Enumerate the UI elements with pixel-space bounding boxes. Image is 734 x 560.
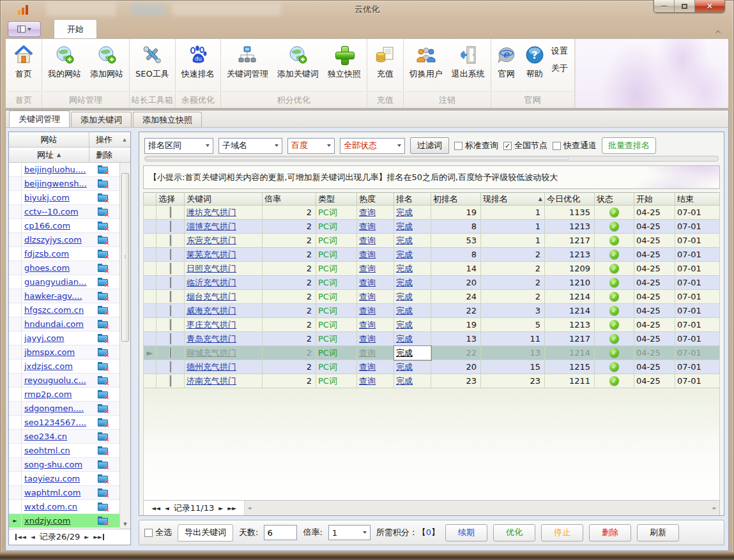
site-link[interactable]: ghoes.com: [24, 263, 70, 273]
delete-site-icon[interactable]: ✕: [98, 278, 109, 287]
scrollbar-thumb[interactable]: [121, 173, 129, 342]
keyword-link[interactable]: 烟台充气拱门: [187, 292, 236, 301]
standard-query-checkbox[interactable]: 标准查询: [454, 140, 498, 151]
keyword-link[interactable]: 日照充气拱门: [187, 264, 236, 273]
delete-site-icon[interactable]: ✕: [98, 503, 109, 511]
standalone-snapshot-button[interactable]: 独立快照: [323, 42, 365, 81]
rank-done-link[interactable]: 完成: [396, 278, 413, 287]
site-link[interactable]: biyukj.com: [24, 193, 70, 202]
delete-site-icon[interactable]: ✕: [98, 362, 109, 371]
heat-query-link[interactable]: 查询: [359, 222, 376, 231]
pager-prev-icon[interactable]: ◄: [165, 505, 169, 511]
keyword-link[interactable]: 莱芜充气拱门: [187, 250, 236, 259]
add-site-button[interactable]: 添加网站: [86, 42, 128, 81]
row-checkbox[interactable]: [170, 333, 171, 344]
row-checkbox[interactable]: [170, 319, 171, 330]
site-link[interactable]: seo1234567....: [24, 418, 86, 427]
heat-query-link[interactable]: 查询: [359, 334, 376, 344]
filter-words-button[interactable]: 过滤词: [410, 137, 449, 154]
delete-site-icon[interactable]: ✕: [98, 390, 109, 399]
site-row[interactable]: jbmspx.com ✕: [9, 345, 119, 359]
fast-rank-button[interactable]: du 快速排名: [177, 42, 219, 81]
site-row[interactable]: jxdzjsc.com ✕: [9, 359, 119, 374]
delete-button[interactable]: 删除: [589, 524, 631, 541]
site-link[interactable]: hfgszc.com.cn: [24, 305, 84, 315]
keyword-link[interactable]: 临沂充气拱门: [187, 278, 236, 287]
heat-query-link[interactable]: 查询: [359, 236, 376, 245]
keyword-link[interactable]: 潍坊充气拱门: [187, 208, 236, 217]
site-link[interactable]: beijingwensh...: [24, 179, 87, 188]
site-link[interactable]: hndundai.com: [24, 319, 84, 329]
scroll-up-icon[interactable]: ▲: [119, 132, 130, 147]
delete-site-icon[interactable]: ✕: [98, 292, 109, 301]
site-row[interactable]: hawker-agv.... ✕: [9, 289, 119, 303]
scroll-right-icon[interactable]: ►: [713, 505, 717, 511]
official-site-button[interactable]: e 官网: [493, 42, 521, 81]
delete-site-icon[interactable]: ✕: [98, 179, 109, 188]
delete-site-icon[interactable]: ✕: [98, 264, 109, 273]
subdomain-select[interactable]: 子域名: [218, 138, 282, 154]
site-row[interactable]: cctv--10.com ✕: [9, 205, 119, 219]
row-checkbox[interactable]: [170, 347, 171, 358]
col-heat[interactable]: 热度: [357, 193, 394, 206]
pager-first-icon[interactable]: ◄◄: [151, 505, 160, 511]
row-checkbox[interactable]: [170, 305, 171, 316]
heat-query-link[interactable]: 查询: [359, 208, 376, 217]
col-type[interactable]: 类型: [316, 193, 357, 206]
keyword-link[interactable]: 德州充气拱门: [187, 362, 236, 372]
app-menu-button[interactable]: [8, 21, 41, 37]
site-row[interactable]: waphtml.com ✕: [9, 486, 119, 500]
site-link[interactable]: fdjzsb.com: [24, 249, 69, 259]
renew-button[interactable]: 续期: [445, 524, 487, 541]
keyword-manage-button[interactable]: 关键词管理: [222, 42, 273, 81]
column-header-op[interactable]: 操作: [89, 132, 119, 147]
col-today-opt[interactable]: 今日优化: [545, 193, 595, 206]
row-checkbox[interactable]: [170, 291, 171, 302]
stop-button[interactable]: 停止: [541, 524, 583, 541]
maximize-button[interactable]: [675, 0, 695, 12]
keyword-link[interactable]: 威海充气拱门: [187, 306, 236, 315]
pager-last-icon[interactable]: ►►: [93, 534, 104, 540]
keyword-link[interactable]: 东营充气拱门: [187, 236, 236, 245]
site-link[interactable]: reyouguolu.c...: [24, 375, 86, 385]
delete-site-icon[interactable]: ✕: [98, 208, 109, 216]
site-row[interactable]: hndundai.com ✕: [9, 317, 119, 331]
row-checkbox[interactable]: [170, 277, 171, 288]
col-rate[interactable]: 倍率: [263, 193, 316, 206]
pager-next-icon[interactable]: ►: [84, 534, 89, 540]
status-select[interactable]: 全部状态: [340, 138, 405, 154]
delete-site-icon[interactable]: ✕: [98, 320, 109, 329]
column-header-site[interactable]: 网站: [9, 132, 89, 147]
site-link[interactable]: cp166.com: [24, 221, 70, 231]
heat-query-link[interactable]: 查询: [359, 320, 376, 329]
site-row[interactable]: guangyudian... ✕: [9, 275, 119, 289]
delete-site-icon[interactable]: ✕: [98, 517, 109, 526]
col-rank[interactable]: 排名: [394, 193, 431, 206]
engine-select[interactable]: 百度: [287, 138, 335, 154]
heat-query-link[interactable]: 查询: [359, 292, 376, 301]
keyword-link[interactable]: 青岛充气拱门: [187, 334, 236, 344]
delete-site-icon[interactable]: ✕: [98, 306, 109, 315]
site-row[interactable]: wxtd.com.cn ✕: [9, 500, 119, 514]
rank-done-link[interactable]: 完成: [396, 376, 413, 386]
batch-rank-button[interactable]: 批量查排名: [602, 137, 656, 154]
row-checkbox[interactable]: [170, 235, 171, 246]
rank-done-link[interactable]: 完成: [396, 292, 413, 301]
scrollbar-thumb[interactable]: [146, 157, 569, 160]
rank-done-link[interactable]: 完成: [396, 250, 413, 259]
col-start[interactable]: 开始: [634, 193, 675, 206]
site-row[interactable]: seo1234567.... ✕: [9, 416, 119, 430]
site-link[interactable]: dlzszyjys.com: [24, 235, 82, 245]
rank-range-select[interactable]: 排名区间: [144, 138, 213, 154]
close-button[interactable]: ✕: [695, 0, 724, 12]
horizontal-scrollbar[interactable]: ◄ ►: [245, 501, 719, 515]
col-status[interactable]: 状态: [595, 193, 634, 206]
recharge-button[interactable]: 充值: [369, 42, 402, 81]
delete-site-icon[interactable]: ✕: [98, 460, 109, 469]
col-cur-rank[interactable]: 现排名▲: [481, 193, 545, 206]
pager-first-icon[interactable]: ◄◄: [15, 534, 26, 540]
column-header-url[interactable]: 网址▲: [9, 148, 89, 162]
settings-link[interactable]: 设置: [551, 45, 568, 57]
site-link[interactable]: jxdzjsc.com: [24, 361, 73, 371]
site-link[interactable]: cctv--10.com: [24, 207, 79, 216]
